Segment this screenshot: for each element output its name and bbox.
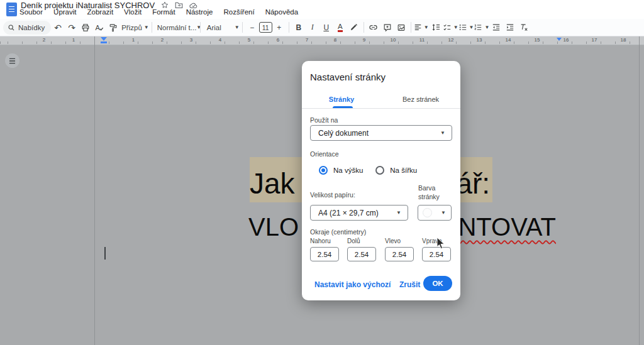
margin-bottom-group: Dolů xyxy=(347,238,376,261)
paper-size-label: Velikost papíru: xyxy=(310,191,355,199)
ok-button[interactable]: OK xyxy=(423,276,452,291)
menu-napoveda[interactable]: Nápověda xyxy=(265,8,298,16)
show-outline-button[interactable] xyxy=(5,53,19,68)
chevron-down-icon: ▼ xyxy=(396,210,401,216)
spellcheck-button[interactable]: A xyxy=(92,21,106,35)
margin-left-group: Vlevo xyxy=(385,238,414,261)
font-size-input[interactable] xyxy=(259,22,272,33)
ruler-number: 15 xyxy=(535,37,540,43)
highlighter-icon xyxy=(350,23,358,31)
toolbar: Nabídky ↶ ↷ A Přizpů▼ Normální t...▼ Ari… xyxy=(0,19,644,36)
menu-format[interactable]: Formát xyxy=(152,8,175,16)
margin-top-label: Nahoru xyxy=(310,238,339,244)
margin-bottom-input[interactable] xyxy=(347,247,376,261)
increase-font-size-button[interactable]: + xyxy=(272,21,286,35)
checklist-button[interactable]: ▼ xyxy=(443,21,458,35)
link-icon xyxy=(369,23,378,31)
font-select[interactable]: Arial▼ xyxy=(203,21,240,35)
heading-text-left: Jak xyxy=(250,165,295,202)
clear-format-icon xyxy=(519,23,528,31)
right-indent-marker[interactable] xyxy=(557,38,562,41)
ruler-number: 12 xyxy=(448,37,454,43)
left-indent-marker[interactable] xyxy=(101,37,107,41)
ruler-number: 4 xyxy=(219,37,221,43)
ruler-ticks xyxy=(0,41,644,44)
ruler-number: 8 xyxy=(334,37,336,43)
margin-top-input[interactable] xyxy=(310,247,339,261)
page-color-select[interactable]: ▼ xyxy=(418,205,452,221)
dialog-tabs: Stránky Bez stránek xyxy=(302,92,460,108)
margin-left-label: Vlevo xyxy=(385,238,414,244)
decrease-indent-button[interactable] xyxy=(489,21,503,35)
docs-logo-icon[interactable] xyxy=(6,3,17,16)
print-icon xyxy=(81,23,90,32)
ruler-number: 10 xyxy=(391,37,396,43)
paper-size-select[interactable]: A4 (21 × 29,7 cm) ▼ xyxy=(310,205,408,221)
zoom-select[interactable]: Přizpů▼ xyxy=(121,21,149,35)
print-button[interactable] xyxy=(79,21,92,35)
insert-image-button[interactable] xyxy=(394,21,408,35)
landscape-label: Na šířku xyxy=(390,167,417,174)
paint-format-button[interactable] xyxy=(106,21,120,35)
cancel-button[interactable]: Zrušit xyxy=(399,280,420,289)
search-menus-button[interactable]: Nabídky xyxy=(3,21,51,35)
clear-formatting-button[interactable] xyxy=(517,21,531,35)
numbered-list-button[interactable]: ▼ xyxy=(474,21,489,35)
text-color-button[interactable]: A xyxy=(333,21,347,35)
highlight-color-button[interactable] xyxy=(347,21,361,35)
mouse-cursor xyxy=(436,237,445,250)
cloud-saved-icon[interactable] xyxy=(189,2,198,9)
ruler-number: 5 xyxy=(248,37,250,43)
divider xyxy=(200,22,201,33)
menu-upravit[interactable]: Upravit xyxy=(53,8,76,16)
landscape-radio[interactable] xyxy=(375,166,384,175)
menu-nastroje[interactable]: Nástroje xyxy=(186,8,213,16)
add-comment-button[interactable] xyxy=(380,21,394,35)
margin-left-input[interactable] xyxy=(385,247,414,261)
margins-label: Okraje (centimetry) xyxy=(310,228,366,236)
menu-vlozit[interactable]: Vložit xyxy=(124,8,142,16)
header: Deník projektu iNaturalist SYCHROV Soubo… xyxy=(0,0,644,19)
divider xyxy=(152,22,152,33)
tab-pageless[interactable]: Bez stránek xyxy=(381,92,460,108)
chevron-down-icon: ▼ xyxy=(441,210,446,216)
margin-top-group: Nahoru xyxy=(310,238,339,261)
redo-button[interactable]: ↷ xyxy=(65,21,79,35)
ruler-number: 18 xyxy=(621,37,626,43)
increase-indent-button[interactable] xyxy=(503,21,517,35)
line-spacing-button[interactable] xyxy=(429,21,443,35)
body-text-right: NTOVAT xyxy=(458,212,556,241)
paint-roller-icon xyxy=(109,23,118,32)
body-text-left: VLO xyxy=(248,212,299,241)
ruler-number: 6 xyxy=(277,37,279,43)
bold-button[interactable]: B xyxy=(292,21,306,35)
dialog-title: Nastavení stránky xyxy=(310,72,386,82)
align-button[interactable]: ▼ xyxy=(414,21,429,35)
bullet-list-button[interactable]: ▼ xyxy=(458,21,474,35)
set-default-button[interactable]: Nastavit jako výchozí xyxy=(314,280,391,289)
indent-icon xyxy=(506,23,514,31)
heading-text-right: ář: xyxy=(456,165,490,202)
menu-rozsireni[interactable]: Rozšíření xyxy=(223,8,254,16)
decrease-font-size-button[interactable]: − xyxy=(245,21,259,35)
ruler-number: 2 xyxy=(161,37,164,43)
search-icon xyxy=(8,24,15,31)
divider xyxy=(242,22,243,33)
page-right-edge xyxy=(639,36,640,345)
italic-button[interactable]: I xyxy=(306,21,319,35)
insert-link-button[interactable] xyxy=(367,21,380,35)
google-docs-app: Deník projektu iNaturalist SYCHROV Soubo… xyxy=(0,0,644,345)
paragraph-style-select[interactable]: Normální t...▼ xyxy=(155,21,197,35)
menu-soubor[interactable]: Soubor xyxy=(19,8,43,16)
ruler-number: 2 xyxy=(43,37,45,43)
ruler-number: 14 xyxy=(506,37,511,43)
left-indent-bar[interactable] xyxy=(101,41,107,43)
undo-button[interactable]: ↶ xyxy=(51,21,65,35)
menu-zobrazit[interactable]: Zobrazit xyxy=(87,8,114,16)
divider xyxy=(411,22,411,33)
tabs-divider xyxy=(302,108,460,109)
underline-button[interactable]: U xyxy=(319,21,333,35)
menu-bar: Soubor Upravit Zobrazit Vložit Formát Ná… xyxy=(19,8,298,16)
apply-to-select[interactable]: Celý dokument ▼ xyxy=(310,125,452,141)
portrait-radio[interactable] xyxy=(319,166,328,175)
